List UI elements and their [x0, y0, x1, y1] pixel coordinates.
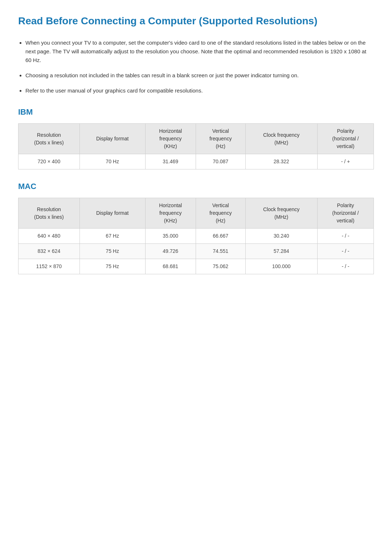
ibm-cell-resolution-0: 720 × 400	[19, 154, 80, 169]
mac-cell-display_format-1: 75 Hz	[79, 244, 145, 259]
ibm-col-resolution: Resolution(Dots x lines)	[19, 124, 80, 154]
page-title: Read Before Connecting a Computer (Suppo…	[18, 15, 374, 28]
mac-cell-polarity-0: - / -	[317, 229, 373, 244]
ibm-col-horizontal-freq: Horizontalfrequency(KHz)	[145, 124, 196, 154]
ibm-col-display-format: Display format	[79, 124, 145, 154]
mac-cell-horizontal_freq-0: 35.000	[145, 229, 196, 244]
ibm-col-vertical-freq: Verticalfrequency(Hz)	[196, 124, 245, 154]
mac-col-polarity: Polarity(horizontal /vertical)	[317, 198, 373, 229]
ibm-cell-vertical_freq-0: 70.087	[196, 154, 245, 169]
ibm-heading: IBM	[18, 106, 374, 118]
mac-col-horizontal-freq: Horizontalfrequency(KHz)	[145, 198, 196, 229]
mac-table-header-row: Resolution(Dots x lines) Display format …	[19, 198, 374, 229]
mac-cell-resolution-1: 832 × 624	[19, 244, 80, 259]
ibm-cell-horizontal_freq-0: 31.469	[145, 154, 196, 169]
ibm-table-header-row: Resolution(Dots x lines) Display format …	[19, 124, 374, 154]
ibm-cell-polarity-0: - / +	[317, 154, 373, 169]
ibm-table: Resolution(Dots x lines) Display format …	[18, 123, 374, 169]
mac-cell-horizontal_freq-1: 49.726	[145, 244, 196, 259]
table-row: 720 × 40070 Hz31.46970.08728.322- / +	[19, 154, 374, 169]
mac-cell-resolution-0: 640 × 480	[19, 229, 80, 244]
mac-heading: MAC	[18, 180, 374, 192]
mac-cell-clock_freq-0: 30.240	[245, 229, 317, 244]
table-row: 640 × 48067 Hz35.00066.66730.240- / -	[19, 229, 374, 244]
mac-cell-display_format-0: 67 Hz	[79, 229, 145, 244]
mac-cell-polarity-2: - / -	[317, 259, 373, 274]
mac-table: Resolution(Dots x lines) Display format …	[18, 198, 374, 274]
mac-cell-clock_freq-1: 57.284	[245, 244, 317, 259]
table-row: 832 × 62475 Hz49.72674.55157.284- / -	[19, 244, 374, 259]
bullet-2: Choosing a resolution not included in th…	[25, 71, 374, 80]
ibm-cell-display_format-0: 70 Hz	[79, 154, 145, 169]
mac-cell-clock_freq-2: 100.000	[245, 259, 317, 274]
mac-col-vertical-freq: Verticalfrequency(Hz)	[196, 198, 245, 229]
intro-list: When you connect your TV to a computer, …	[25, 38, 374, 95]
ibm-cell-clock_freq-0: 28.322	[245, 154, 317, 169]
table-row: 1152 × 87075 Hz68.68175.062100.000- / -	[19, 259, 374, 274]
mac-cell-polarity-1: - / -	[317, 244, 373, 259]
mac-cell-vertical_freq-0: 66.667	[196, 229, 245, 244]
ibm-col-clock-freq: Clock frequency(MHz)	[245, 124, 317, 154]
ibm-col-polarity: Polarity(horizontal /vertical)	[317, 124, 373, 154]
mac-col-resolution: Resolution(Dots x lines)	[19, 198, 80, 229]
mac-cell-horizontal_freq-2: 68.681	[145, 259, 196, 274]
mac-cell-resolution-2: 1152 × 870	[19, 259, 80, 274]
mac-col-display-format: Display format	[79, 198, 145, 229]
mac-cell-display_format-2: 75 Hz	[79, 259, 145, 274]
mac-col-clock-freq: Clock frequency(MHz)	[245, 198, 317, 229]
mac-cell-vertical_freq-1: 74.551	[196, 244, 245, 259]
mac-cell-vertical_freq-2: 75.062	[196, 259, 245, 274]
bullet-3: Refer to the user manual of your graphic…	[25, 86, 374, 95]
bullet-1: When you connect your TV to a computer, …	[25, 38, 374, 65]
